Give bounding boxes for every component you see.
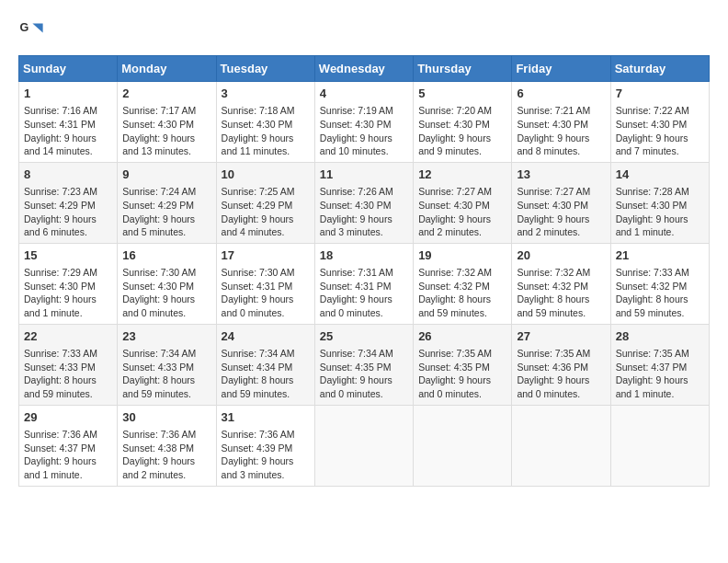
weekday-header-sunday: Sunday — [19, 56, 118, 82]
daylight-text: Daylight: 9 hours and 4 minutes. — [222, 213, 294, 238]
daylight-text: Daylight: 9 hours and 0 minutes. — [418, 374, 491, 399]
day-number: 22 — [24, 328, 112, 345]
day-number: 27 — [517, 328, 605, 345]
day-number: 6 — [517, 86, 605, 102]
day-number: 24 — [222, 328, 310, 345]
daylight-text: Daylight: 8 hours and 59 minutes. — [616, 293, 688, 318]
daylight-text: Daylight: 9 hours and 0 minutes. — [222, 293, 294, 318]
day-number: 5 — [418, 86, 506, 102]
daylight-text: Daylight: 9 hours and 0 minutes. — [320, 374, 392, 399]
daylight-text: Daylight: 8 hours and 59 minutes. — [24, 374, 97, 399]
calendar-cell: 28Sunrise: 7:35 AMSunset: 4:37 PMDayligh… — [610, 324, 709, 405]
calendar-cell: 23Sunrise: 7:34 AMSunset: 4:33 PMDayligh… — [118, 324, 216, 405]
weekday-header-saturday: Saturday — [610, 56, 709, 82]
sunrise-text: Sunrise: 7:33 AM — [616, 267, 689, 278]
sunrise-text: Sunrise: 7:32 AM — [517, 267, 590, 278]
sunset-text: Sunset: 4:32 PM — [616, 281, 688, 292]
daylight-text: Daylight: 9 hours and 0 minutes. — [517, 374, 589, 399]
sunrise-text: Sunrise: 7:32 AM — [418, 267, 492, 278]
logo: G — [18, 18, 48, 44]
calendar-cell: 25Sunrise: 7:34 AMSunset: 4:35 PMDayligh… — [314, 324, 413, 405]
daylight-text: Daylight: 9 hours and 8 minutes. — [517, 132, 589, 157]
daylight-text: Daylight: 9 hours and 10 minutes. — [320, 132, 392, 157]
calendar-cell: 4Sunrise: 7:19 AMSunset: 4:30 PMDaylight… — [314, 82, 413, 163]
day-number: 26 — [418, 328, 506, 345]
day-number: 2 — [122, 86, 210, 102]
calendar-cell — [512, 405, 610, 486]
sunset-text: Sunset: 4:38 PM — [122, 442, 194, 454]
day-number: 7 — [616, 86, 704, 102]
sunset-text: Sunset: 4:30 PM — [517, 200, 588, 211]
day-number: 17 — [222, 247, 310, 264]
daylight-text: Daylight: 9 hours and 5 minutes. — [122, 213, 195, 238]
sunset-text: Sunset: 4:37 PM — [24, 442, 96, 454]
calendar-cell: 30Sunrise: 7:36 AMSunset: 4:38 PMDayligh… — [118, 405, 216, 486]
daylight-text: Daylight: 9 hours and 2 minutes. — [517, 213, 589, 238]
day-number: 18 — [320, 247, 408, 264]
sunset-text: Sunset: 4:31 PM — [222, 281, 293, 292]
day-number: 10 — [222, 167, 310, 183]
sunset-text: Sunset: 4:29 PM — [122, 200, 194, 211]
day-number: 3 — [222, 86, 310, 102]
day-number: 13 — [517, 167, 605, 183]
sunset-text: Sunset: 4:34 PM — [222, 362, 293, 373]
sunrise-text: Sunrise: 7:17 AM — [122, 105, 196, 116]
sunset-text: Sunset: 4:33 PM — [122, 362, 194, 373]
calendar-cell: 29Sunrise: 7:36 AMSunset: 4:37 PMDayligh… — [19, 405, 118, 486]
calendar-cell: 27Sunrise: 7:35 AMSunset: 4:36 PMDayligh… — [512, 324, 610, 405]
sunrise-text: Sunrise: 7:35 AM — [418, 348, 492, 359]
day-number: 1 — [24, 86, 112, 102]
weekday-header-friday: Friday — [512, 56, 610, 82]
sunrise-text: Sunrise: 7:36 AM — [24, 429, 97, 440]
calendar-cell — [414, 405, 512, 486]
sunrise-text: Sunrise: 7:25 AM — [222, 186, 295, 197]
calendar-cell: 7Sunrise: 7:22 AMSunset: 4:30 PMDaylight… — [610, 82, 709, 163]
day-number: 20 — [517, 247, 605, 264]
day-number: 29 — [24, 409, 112, 426]
calendar-cell: 15Sunrise: 7:29 AMSunset: 4:30 PMDayligh… — [19, 243, 118, 324]
day-number: 25 — [320, 328, 408, 345]
daylight-text: Daylight: 8 hours and 59 minutes. — [222, 374, 294, 399]
sunrise-text: Sunrise: 7:22 AM — [616, 105, 689, 116]
sunrise-text: Sunrise: 7:20 AM — [418, 105, 492, 116]
calendar-header-row: SundayMondayTuesdayWednesdayThursdayFrid… — [19, 56, 710, 82]
daylight-text: Daylight: 9 hours and 13 minutes. — [122, 132, 195, 157]
day-number: 4 — [320, 86, 408, 102]
sunset-text: Sunset: 4:30 PM — [418, 119, 490, 130]
sunrise-text: Sunrise: 7:18 AM — [222, 105, 295, 116]
sunrise-text: Sunrise: 7:19 AM — [320, 105, 393, 116]
daylight-text: Daylight: 9 hours and 1 minute. — [616, 213, 688, 238]
sunset-text: Sunset: 4:29 PM — [24, 200, 96, 211]
day-number: 12 — [418, 167, 506, 183]
sunset-text: Sunset: 4:29 PM — [222, 200, 293, 211]
daylight-text: Daylight: 9 hours and 0 minutes. — [122, 293, 195, 318]
day-number: 19 — [418, 247, 506, 264]
sunrise-text: Sunrise: 7:35 AM — [616, 348, 689, 359]
daylight-text: Daylight: 8 hours and 59 minutes. — [517, 293, 589, 318]
sunset-text: Sunset: 4:31 PM — [320, 281, 392, 292]
calendar-week-row: 15Sunrise: 7:29 AMSunset: 4:30 PMDayligh… — [19, 243, 710, 324]
sunrise-text: Sunrise: 7:34 AM — [222, 348, 295, 359]
calendar-week-row: 1Sunrise: 7:16 AMSunset: 4:31 PMDaylight… — [19, 82, 710, 163]
daylight-text: Daylight: 9 hours and 7 minutes. — [616, 132, 688, 157]
daylight-text: Daylight: 9 hours and 6 minutes. — [24, 213, 97, 238]
daylight-text: Daylight: 9 hours and 3 minutes. — [320, 213, 392, 238]
day-number: 28 — [616, 328, 704, 345]
calendar-cell: 13Sunrise: 7:27 AMSunset: 4:30 PMDayligh… — [512, 162, 610, 243]
calendar-cell: 20Sunrise: 7:32 AMSunset: 4:32 PMDayligh… — [512, 243, 610, 324]
calendar-cell: 14Sunrise: 7:28 AMSunset: 4:30 PMDayligh… — [610, 162, 709, 243]
daylight-text: Daylight: 9 hours and 2 minutes. — [122, 455, 195, 480]
day-number: 30 — [122, 409, 210, 426]
calendar-week-row: 8Sunrise: 7:23 AMSunset: 4:29 PMDaylight… — [19, 162, 710, 243]
daylight-text: Daylight: 9 hours and 0 minutes. — [320, 293, 392, 318]
sunset-text: Sunset: 4:30 PM — [222, 119, 293, 130]
sunrise-text: Sunrise: 7:27 AM — [418, 186, 492, 197]
calendar-cell: 19Sunrise: 7:32 AMSunset: 4:32 PMDayligh… — [414, 243, 512, 324]
svg-text:G: G — [19, 21, 28, 34]
sunrise-text: Sunrise: 7:36 AM — [222, 429, 295, 440]
weekday-header-monday: Monday — [118, 56, 216, 82]
sunset-text: Sunset: 4:30 PM — [616, 200, 688, 211]
weekday-header-thursday: Thursday — [414, 56, 512, 82]
sunset-text: Sunset: 4:30 PM — [320, 200, 392, 211]
calendar-cell: 26Sunrise: 7:35 AMSunset: 4:35 PMDayligh… — [414, 324, 512, 405]
